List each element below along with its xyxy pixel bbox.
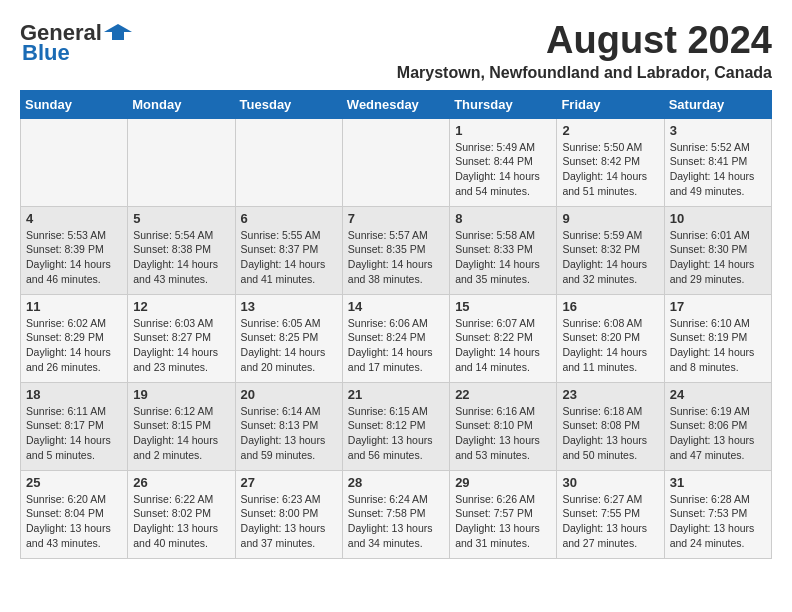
day-number: 27 xyxy=(241,475,337,490)
day-number: 22 xyxy=(455,387,551,402)
day-number: 15 xyxy=(455,299,551,314)
cell-info: Sunrise: 5:49 AM Sunset: 8:44 PM Dayligh… xyxy=(455,140,551,199)
logo-bird-icon xyxy=(104,22,132,44)
cell-info: Sunrise: 6:19 AM Sunset: 8:06 PM Dayligh… xyxy=(670,404,766,463)
day-number: 6 xyxy=(241,211,337,226)
day-number: 8 xyxy=(455,211,551,226)
cell-info: Sunrise: 6:07 AM Sunset: 8:22 PM Dayligh… xyxy=(455,316,551,375)
day-number: 4 xyxy=(26,211,122,226)
calendar-cell: 1Sunrise: 5:49 AM Sunset: 8:44 PM Daylig… xyxy=(450,118,557,206)
cell-info: Sunrise: 6:10 AM Sunset: 8:19 PM Dayligh… xyxy=(670,316,766,375)
weekday-header-cell: Sunday xyxy=(21,90,128,118)
day-number: 17 xyxy=(670,299,766,314)
page-header: General Blue August 2024 Marystown, Newf… xyxy=(20,20,772,82)
calendar-cell: 23Sunrise: 6:18 AM Sunset: 8:08 PM Dayli… xyxy=(557,382,664,470)
cell-info: Sunrise: 6:02 AM Sunset: 8:29 PM Dayligh… xyxy=(26,316,122,375)
calendar-cell: 29Sunrise: 6:26 AM Sunset: 7:57 PM Dayli… xyxy=(450,470,557,558)
cell-info: Sunrise: 6:05 AM Sunset: 8:25 PM Dayligh… xyxy=(241,316,337,375)
day-number: 14 xyxy=(348,299,444,314)
day-number: 19 xyxy=(133,387,229,402)
calendar-cell: 8Sunrise: 5:58 AM Sunset: 8:33 PM Daylig… xyxy=(450,206,557,294)
day-number: 7 xyxy=(348,211,444,226)
calendar-cell: 21Sunrise: 6:15 AM Sunset: 8:12 PM Dayli… xyxy=(342,382,449,470)
weekday-header-cell: Tuesday xyxy=(235,90,342,118)
day-number: 1 xyxy=(455,123,551,138)
calendar-cell: 3Sunrise: 5:52 AM Sunset: 8:41 PM Daylig… xyxy=(664,118,771,206)
svg-marker-0 xyxy=(104,24,132,40)
calendar-cell: 6Sunrise: 5:55 AM Sunset: 8:37 PM Daylig… xyxy=(235,206,342,294)
calendar-cell: 28Sunrise: 6:24 AM Sunset: 7:58 PM Dayli… xyxy=(342,470,449,558)
cell-info: Sunrise: 5:55 AM Sunset: 8:37 PM Dayligh… xyxy=(241,228,337,287)
weekday-header-cell: Wednesday xyxy=(342,90,449,118)
calendar-cell: 13Sunrise: 6:05 AM Sunset: 8:25 PM Dayli… xyxy=(235,294,342,382)
cell-info: Sunrise: 6:23 AM Sunset: 8:00 PM Dayligh… xyxy=(241,492,337,551)
calendar-cell: 5Sunrise: 5:54 AM Sunset: 8:38 PM Daylig… xyxy=(128,206,235,294)
calendar-week-row: 11Sunrise: 6:02 AM Sunset: 8:29 PM Dayli… xyxy=(21,294,772,382)
day-number: 12 xyxy=(133,299,229,314)
cell-info: Sunrise: 6:27 AM Sunset: 7:55 PM Dayligh… xyxy=(562,492,658,551)
cell-info: Sunrise: 6:24 AM Sunset: 7:58 PM Dayligh… xyxy=(348,492,444,551)
day-number: 9 xyxy=(562,211,658,226)
logo-blue-text: Blue xyxy=(22,40,70,66)
day-number: 13 xyxy=(241,299,337,314)
day-number: 30 xyxy=(562,475,658,490)
cell-info: Sunrise: 6:20 AM Sunset: 8:04 PM Dayligh… xyxy=(26,492,122,551)
calendar-cell: 14Sunrise: 6:06 AM Sunset: 8:24 PM Dayli… xyxy=(342,294,449,382)
weekday-header-row: SundayMondayTuesdayWednesdayThursdayFrid… xyxy=(21,90,772,118)
logo: General Blue xyxy=(20,20,132,66)
day-number: 5 xyxy=(133,211,229,226)
day-number: 11 xyxy=(26,299,122,314)
cell-info: Sunrise: 5:54 AM Sunset: 8:38 PM Dayligh… xyxy=(133,228,229,287)
calendar-cell xyxy=(128,118,235,206)
calendar-week-row: 25Sunrise: 6:20 AM Sunset: 8:04 PM Dayli… xyxy=(21,470,772,558)
calendar-cell: 24Sunrise: 6:19 AM Sunset: 8:06 PM Dayli… xyxy=(664,382,771,470)
calendar-body: 1Sunrise: 5:49 AM Sunset: 8:44 PM Daylig… xyxy=(21,118,772,558)
calendar-cell: 19Sunrise: 6:12 AM Sunset: 8:15 PM Dayli… xyxy=(128,382,235,470)
calendar-cell xyxy=(235,118,342,206)
day-number: 18 xyxy=(26,387,122,402)
calendar-cell: 20Sunrise: 6:14 AM Sunset: 8:13 PM Dayli… xyxy=(235,382,342,470)
calendar-week-row: 18Sunrise: 6:11 AM Sunset: 8:17 PM Dayli… xyxy=(21,382,772,470)
calendar-cell: 26Sunrise: 6:22 AM Sunset: 8:02 PM Dayli… xyxy=(128,470,235,558)
calendar-cell: 15Sunrise: 6:07 AM Sunset: 8:22 PM Dayli… xyxy=(450,294,557,382)
calendar-cell xyxy=(342,118,449,206)
day-number: 3 xyxy=(670,123,766,138)
calendar-cell xyxy=(21,118,128,206)
calendar-week-row: 1Sunrise: 5:49 AM Sunset: 8:44 PM Daylig… xyxy=(21,118,772,206)
weekday-header-cell: Monday xyxy=(128,90,235,118)
cell-info: Sunrise: 6:12 AM Sunset: 8:15 PM Dayligh… xyxy=(133,404,229,463)
cell-info: Sunrise: 6:06 AM Sunset: 8:24 PM Dayligh… xyxy=(348,316,444,375)
cell-info: Sunrise: 6:18 AM Sunset: 8:08 PM Dayligh… xyxy=(562,404,658,463)
calendar-cell: 7Sunrise: 5:57 AM Sunset: 8:35 PM Daylig… xyxy=(342,206,449,294)
cell-info: Sunrise: 6:28 AM Sunset: 7:53 PM Dayligh… xyxy=(670,492,766,551)
day-number: 28 xyxy=(348,475,444,490)
calendar-cell: 2Sunrise: 5:50 AM Sunset: 8:42 PM Daylig… xyxy=(557,118,664,206)
cell-info: Sunrise: 5:59 AM Sunset: 8:32 PM Dayligh… xyxy=(562,228,658,287)
calendar-cell: 4Sunrise: 5:53 AM Sunset: 8:39 PM Daylig… xyxy=(21,206,128,294)
cell-info: Sunrise: 5:50 AM Sunset: 8:42 PM Dayligh… xyxy=(562,140,658,199)
day-number: 16 xyxy=(562,299,658,314)
calendar-cell: 12Sunrise: 6:03 AM Sunset: 8:27 PM Dayli… xyxy=(128,294,235,382)
cell-info: Sunrise: 6:08 AM Sunset: 8:20 PM Dayligh… xyxy=(562,316,658,375)
calendar-cell: 10Sunrise: 6:01 AM Sunset: 8:30 PM Dayli… xyxy=(664,206,771,294)
calendar-cell: 22Sunrise: 6:16 AM Sunset: 8:10 PM Dayli… xyxy=(450,382,557,470)
day-number: 26 xyxy=(133,475,229,490)
cell-info: Sunrise: 6:11 AM Sunset: 8:17 PM Dayligh… xyxy=(26,404,122,463)
cell-info: Sunrise: 6:01 AM Sunset: 8:30 PM Dayligh… xyxy=(670,228,766,287)
calendar-cell: 30Sunrise: 6:27 AM Sunset: 7:55 PM Dayli… xyxy=(557,470,664,558)
calendar-cell: 9Sunrise: 5:59 AM Sunset: 8:32 PM Daylig… xyxy=(557,206,664,294)
month-year-title: August 2024 xyxy=(397,20,772,62)
calendar-cell: 11Sunrise: 6:02 AM Sunset: 8:29 PM Dayli… xyxy=(21,294,128,382)
title-block: August 2024 Marystown, Newfoundland and … xyxy=(397,20,772,82)
location-subtitle: Marystown, Newfoundland and Labrador, Ca… xyxy=(397,64,772,82)
cell-info: Sunrise: 6:03 AM Sunset: 8:27 PM Dayligh… xyxy=(133,316,229,375)
calendar-cell: 16Sunrise: 6:08 AM Sunset: 8:20 PM Dayli… xyxy=(557,294,664,382)
day-number: 29 xyxy=(455,475,551,490)
calendar-cell: 31Sunrise: 6:28 AM Sunset: 7:53 PM Dayli… xyxy=(664,470,771,558)
day-number: 2 xyxy=(562,123,658,138)
calendar-week-row: 4Sunrise: 5:53 AM Sunset: 8:39 PM Daylig… xyxy=(21,206,772,294)
cell-info: Sunrise: 5:52 AM Sunset: 8:41 PM Dayligh… xyxy=(670,140,766,199)
day-number: 25 xyxy=(26,475,122,490)
cell-info: Sunrise: 5:58 AM Sunset: 8:33 PM Dayligh… xyxy=(455,228,551,287)
day-number: 31 xyxy=(670,475,766,490)
